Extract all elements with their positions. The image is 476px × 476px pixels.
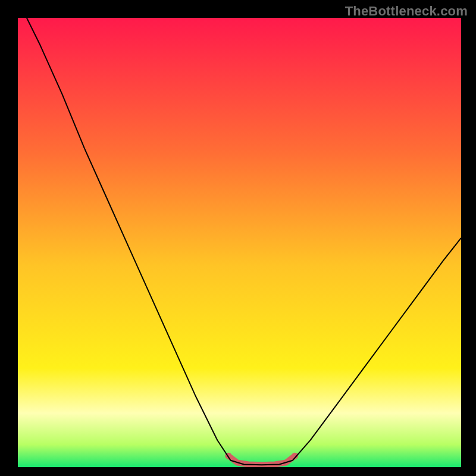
plot-svg [18,18,461,467]
plot-area [18,18,461,467]
chart-frame: TheBottleneck.com [0,0,476,476]
svg-rect-0 [18,18,461,467]
watermark-text: TheBottleneck.com [345,4,468,19]
